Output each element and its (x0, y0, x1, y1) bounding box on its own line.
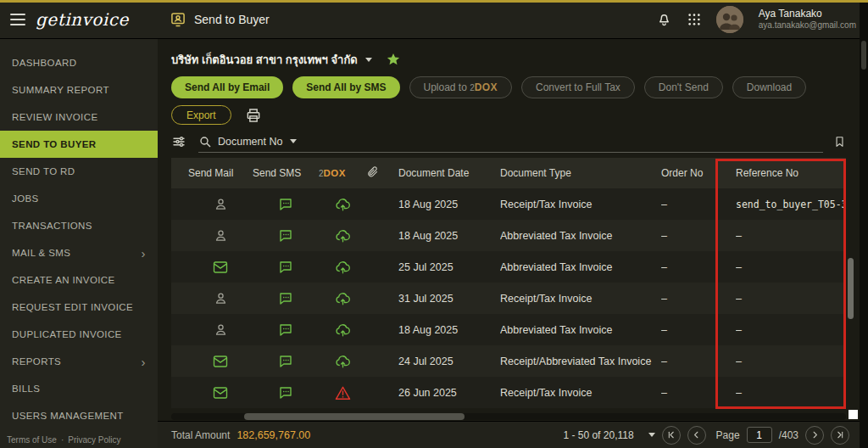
warning-icon[interactable] (335, 385, 351, 400)
terms-of-use-link[interactable]: Terms of Use (7, 435, 57, 445)
sidebar-item-send-to-rd[interactable]: SEND TO RD (0, 158, 158, 185)
dont-send-button[interactable]: Don't Send (644, 76, 723, 98)
cloud-upload-icon[interactable] (335, 228, 351, 243)
header-document-type[interactable]: Document Type (500, 167, 661, 179)
cloud-upload-icon[interactable] (335, 291, 351, 305)
document-date: 31 Jul 2025 (398, 293, 500, 305)
sidebar-item-users-management[interactable]: USERS MANAGEMENT (0, 402, 158, 429)
reference-no: – (736, 324, 846, 336)
apps-grid-icon[interactable] (687, 13, 701, 26)
export-button[interactable]: Export (171, 105, 231, 125)
send-all-by-email-button[interactable]: Send All by Email (171, 76, 283, 98)
mail-icon[interactable] (213, 260, 228, 274)
header-2dox[interactable]: 2DOX (319, 167, 366, 179)
favorite-star-icon[interactable] (386, 52, 401, 67)
prev-page-button[interactable] (687, 426, 706, 445)
app-logo: getinvoice (36, 9, 129, 30)
cloud-upload-icon[interactable] (335, 260, 351, 274)
header-send-sms[interactable]: Send SMS (253, 167, 319, 179)
document-date: 18 Aug 2025 (398, 230, 500, 242)
order-no: – (661, 261, 736, 273)
order-no: – (661, 199, 736, 210)
person-icon[interactable] (214, 228, 228, 243)
next-page-button[interactable] (805, 426, 824, 445)
person-icon[interactable] (214, 197, 228, 211)
sidebar-item-label: CREATE AN INVOICE (12, 275, 115, 285)
mail-icon[interactable] (213, 355, 228, 368)
table-row[interactable]: 18 Aug 2025Abbreviated Tax Invoice–– (171, 314, 846, 345)
first-page-button[interactable] (662, 426, 681, 445)
page-vertical-scrollbar-thumb[interactable] (861, 41, 866, 70)
company-selector[interactable]: บริษัท เก็ตอินวอย สาขา กรุงเทพฯ จำกัด (171, 51, 358, 69)
chat-icon[interactable] (278, 228, 293, 244)
chat-icon[interactable] (278, 260, 293, 275)
search-input[interactable]: Document No (198, 131, 823, 153)
table-row[interactable]: 18 Aug 2025Abbreviated Tax Invoice–– (171, 220, 846, 251)
sidebar-item-dashboard[interactable]: DASHBOARD (0, 49, 158, 76)
company-dropdown-caret-icon[interactable] (365, 58, 372, 62)
header-attachment[interactable] (366, 165, 398, 181)
table-row[interactable]: 25 Jul 2025Abbreviated Tax Invoice–– (171, 251, 846, 283)
sidebar-item-label: DASHBOARD (12, 58, 76, 68)
page-number-input[interactable] (747, 427, 772, 443)
search-column-caret-icon[interactable] (290, 139, 297, 143)
convert-to-full-tax-button[interactable]: Convert to Full Tax (521, 76, 635, 98)
sidebar-item-jobs[interactable]: JOBS (0, 185, 158, 212)
table-vertical-scrollbar-thumb[interactable] (848, 258, 854, 319)
horizontal-scrollbar-thumb[interactable] (244, 413, 465, 420)
pagination: 1 - 50 of 20,118 Page /403 (563, 426, 849, 445)
chevron-right-icon: › (142, 247, 146, 260)
mail-icon[interactable] (213, 386, 228, 400)
table-body: 18 Aug 2025Receipt/Tax Invoice–send_to_b… (171, 188, 846, 408)
upload-to-2dox-button[interactable]: Upload to 2DOX (409, 76, 512, 98)
person-icon[interactable] (214, 291, 228, 305)
chat-icon[interactable] (278, 291, 293, 306)
person-icon[interactable] (214, 322, 228, 337)
bookmark-icon[interactable] (833, 134, 846, 149)
rows-range-caret-icon[interactable] (648, 433, 655, 437)
sidebar-item-label: JOBS (12, 193, 39, 204)
sidebar-item-request-edit-invoice[interactable]: REQUEST EDIT INVOICE (0, 294, 158, 321)
sidebar-item-summary-report[interactable]: SUMMARY REPORT (0, 76, 158, 104)
table-row[interactable]: 26 Jun 2025Receipt/Tax Invoice–– (171, 377, 846, 408)
sidebar-item-reports[interactable]: REPORTS› (0, 348, 158, 375)
search-column-selector[interactable]: Document No (218, 136, 282, 148)
header-reference-no[interactable]: Reference No (736, 167, 846, 179)
page-vertical-scrollbar[interactable] (860, 0, 868, 448)
send-all-by-sms-button[interactable]: Send All by SMS (292, 76, 399, 98)
privacy-policy-link[interactable]: Privacy Policy (68, 435, 120, 445)
sidebar-item-mail-sms[interactable]: MAIL & SMS› (0, 239, 158, 266)
chat-icon[interactable] (278, 354, 293, 369)
search-icon (198, 135, 212, 148)
download-button[interactable]: Download (732, 76, 806, 98)
sidebar-item-review-invoice[interactable]: REVIEW INVOICE (0, 104, 158, 131)
reference-no: – (736, 293, 846, 305)
sidebar-item-create-an-invoice[interactable]: CREATE AN INVOICE (0, 266, 158, 294)
table-row[interactable]: 18 Aug 2025Receipt/Tax Invoice–send_to_b… (171, 188, 846, 220)
order-no: – (661, 230, 736, 242)
cloud-upload-icon[interactable] (335, 197, 351, 211)
header-send-mail[interactable]: Send Mail (188, 167, 253, 179)
chat-icon[interactable] (278, 322, 293, 338)
sidebar: DASHBOARDSUMMARY REPORTREVIEW INVOICESEN… (0, 39, 158, 448)
cloud-upload-icon[interactable] (335, 354, 351, 368)
print-icon[interactable] (245, 107, 262, 124)
hamburger-menu-icon[interactable] (10, 14, 25, 25)
sidebar-item-bills[interactable]: BILLS (0, 375, 158, 402)
sidebar-item-send-to-buyer[interactable]: SEND TO BUYER (0, 131, 158, 158)
horizontal-scrollbar (171, 413, 846, 420)
order-no: – (661, 387, 736, 399)
chat-icon[interactable] (278, 197, 293, 212)
header-order-no[interactable]: Order No (661, 167, 736, 179)
chat-icon[interactable] (278, 385, 293, 400)
table-row[interactable]: 24 Jul 2025Receipt/Abbreviated Tax Invoi… (171, 345, 846, 377)
sidebar-item-duplicated-invoice[interactable]: DUPLICATED INVOICE (0, 321, 158, 348)
user-avatar[interactable] (716, 6, 743, 33)
last-page-button[interactable] (831, 426, 849, 445)
notifications-bell-icon[interactable] (656, 11, 672, 27)
header-document-date[interactable]: Document Date (398, 167, 500, 179)
filter-settings-icon[interactable] (171, 134, 186, 149)
sidebar-item-transactions[interactable]: TRANSACTIONS (0, 212, 158, 239)
table-row[interactable]: 31 Jul 2025Receipt/Tax Invoice–– (171, 283, 846, 314)
cloud-upload-icon[interactable] (335, 322, 351, 337)
